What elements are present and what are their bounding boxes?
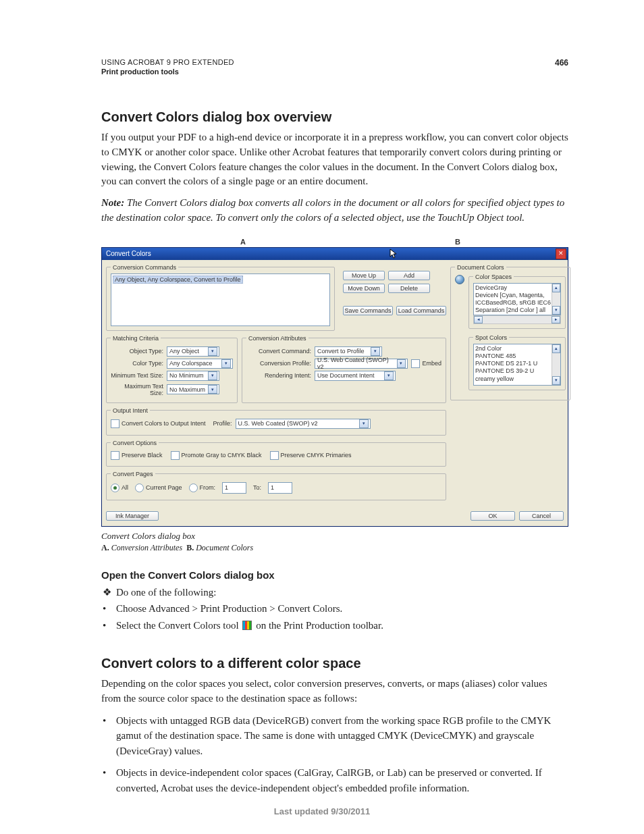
convert-options-legend: Convert Options [111,440,159,446]
output-intent-legend: Output Intent [111,407,150,414]
scroll-up-icon[interactable]: ▴ [552,344,560,353]
color-type-select[interactable]: Any Colorspace▾ [167,359,233,369]
list-item[interactable]: ICCBasedRGB, sRGB IEC6 [475,299,551,307]
bullet-item: •Choose Advanced > Print Production > Co… [101,601,568,617]
document-colors-legend: Document Colors [455,264,506,271]
max-text-size-select[interactable]: No Maximum▾ [167,384,219,394]
convert-pages-group: Convert Pages All Current Page From: 1 T… [106,471,446,500]
close-icon[interactable]: ✕ [556,249,566,259]
preserve-black-checkbox[interactable]: Preserve Black [111,451,163,460]
chevron-down-icon: ▾ [208,371,217,380]
heading-overview: Convert Colors dialog box overview [101,109,568,125]
bullet-item: •Objects in device-independent color spa… [101,765,568,796]
lead-bullet: ❖Do one of the following: [101,585,568,600]
scroll-down-icon[interactable]: ▾ [552,306,560,315]
ok-button[interactable]: OK [471,511,515,521]
delete-button[interactable]: Delete [388,284,430,293]
move-down-button[interactable]: Move Down [343,284,385,293]
load-commands-button[interactable]: Load Commands [396,306,446,315]
list-item[interactable]: DeviceN [Cyan, Magenta, [475,292,551,299]
min-text-size-label: Minimum Text Size: [111,372,163,379]
color-spaces-group: Color Spaces DeviceGray DeviceN [Cyan, M… [468,273,566,329]
convert-pages-legend: Convert Pages [111,471,155,477]
scroll-down-icon[interactable]: ▾ [552,376,560,385]
conversion-profile-label: Conversion Profile: [246,360,311,367]
dialog-title: Convert Colors [106,250,151,257]
scroll-up-icon[interactable]: ▴ [552,284,560,292]
list-item[interactable]: PANTONE DS 217-1 U [475,360,551,367]
cancel-button[interactable]: Cancel [519,511,564,521]
heading-open-dialog: Open the Convert Colors dialog box [101,569,568,581]
chevron-down-icon: ▾ [397,359,406,368]
pages-current-radio[interactable]: Current Page [135,484,182,492]
promote-gray-checkbox[interactable]: Promote Gray to CMYK Black [171,451,262,460]
chevron-down-icon: ▾ [221,359,231,368]
scroll-left-icon[interactable]: ◂ [474,316,483,323]
min-text-size-select[interactable]: No Minimum▾ [167,371,219,381]
convert-command-label: Convert Command: [246,348,311,355]
pages-to-label: To: [253,484,261,491]
object-type-label: Object Type: [111,348,163,355]
conversion-profile-select[interactable]: U.S. Web Coated (SWOP) v2▾ [315,359,408,369]
running-section: Print production tools [101,68,568,76]
heading-convert-colors: Convert colors to a different color spac… [101,656,568,671]
running-head: USING ACROBAT 9 PRO EXTENDED [101,58,568,66]
figure-caption: Convert Colors dialog box [101,531,568,542]
scrollbar[interactable]: ▴▾ [552,284,560,315]
convert-colors-tool-icon [242,621,252,630]
figure-convert-colors: AB Convert Colors ✕ Conversion Commands … [101,238,568,527]
color-type-label: Color Type: [111,360,163,367]
pages-all-radio[interactable]: All [111,484,128,492]
conversion-commands-list[interactable]: Any Object, Any Colorspace, Convert to P… [111,273,330,326]
ink-manager-button[interactable]: Ink Manager [106,511,159,521]
convert-colors-dialog: Convert Colors ✕ Conversion Commands Any… [101,247,568,527]
embed-checkbox[interactable]: Embed [411,359,441,368]
matching-criteria-group: Matching Criteria Object Type:Any Object… [106,335,238,403]
object-type-select[interactable]: Any Object▾ [167,346,219,357]
output-intent-group: Output Intent Convert Colors to Output I… [106,407,446,436]
list-item[interactable]: PANTONE DS 39-2 U [475,367,551,375]
convert-to-output-intent-checkbox[interactable]: Convert Colors to Output Intent [111,419,206,428]
list-item[interactable]: creamy yellow [475,375,551,383]
list-item[interactable]: 2nd Color [475,345,551,353]
conversion-commands-legend: Conversion Commands [111,264,178,271]
callout-a: A [240,238,246,246]
preserve-cmyk-checkbox[interactable]: Preserve CMYK Primaries [270,451,352,460]
h-scrollbar[interactable]: ◂▸ [473,315,561,324]
add-button[interactable]: Add [388,271,430,280]
bullet-item: •Select the Convert Colors tool on the P… [101,618,568,633]
rendering-intent-select[interactable]: Use Document Intent▾ [315,371,396,381]
pages-from-radio[interactable]: From: [189,484,216,492]
chevron-down-icon: ▾ [384,371,394,380]
convert-command-select[interactable]: Convert to Profile▾ [315,346,382,357]
document-colors-group: Document Colors Color Spaces DeviceGray … [450,264,570,400]
overview-note: Note: The Convert Colors dialog box conv… [101,196,568,226]
conversion-command-item[interactable]: Any Object, Any Colorspace, Convert to P… [113,276,243,284]
pages-from-input[interactable]: 1 [222,482,246,494]
figure-key: A. Conversion Attributes B. Document Col… [101,543,568,553]
chevron-down-icon: ▾ [208,347,217,356]
save-commands-button[interactable]: Save Commands [343,306,393,315]
chevron-down-icon: ▾ [359,419,369,428]
convert-intro-paragraph: Depending on the color spaces you select… [101,677,568,706]
list-item[interactable]: Separation [2nd Color ] all [475,307,551,314]
color-spaces-list[interactable]: DeviceGray DeviceN [Cyan, Magenta, ICCBa… [473,283,561,315]
output-intent-profile-label: Profile: [213,420,232,427]
max-text-size-label: Maximum Text Size: [111,383,163,396]
page-number: 466 [555,58,568,68]
list-item[interactable]: DeviceGray [475,284,551,292]
pages-to-input[interactable]: 1 [268,482,292,494]
list-item[interactable]: PANTONE 485 [475,353,551,360]
scrollbar[interactable]: ▴▾ [552,344,560,385]
scroll-right-icon[interactable]: ▸ [552,316,560,323]
output-intent-profile-select[interactable]: U.S. Web Coated (SWOP) v2▾ [236,419,371,429]
spot-colors-legend: Spot Colors [473,334,509,341]
spot-colors-list[interactable]: 2nd Color PANTONE 485 PANTONE DS 217-1 U… [473,344,561,386]
chevron-down-icon: ▾ [208,385,217,394]
matching-criteria-legend: Matching Criteria [111,335,161,342]
color-spaces-legend: Color Spaces [473,273,514,280]
convert-options-group: Convert Options Preserve Black Promote G… [106,440,446,467]
last-updated: Last updated 9/30/2011 [0,806,644,816]
note-label: Note: [101,197,124,208]
move-up-button[interactable]: Move Up [343,271,385,280]
